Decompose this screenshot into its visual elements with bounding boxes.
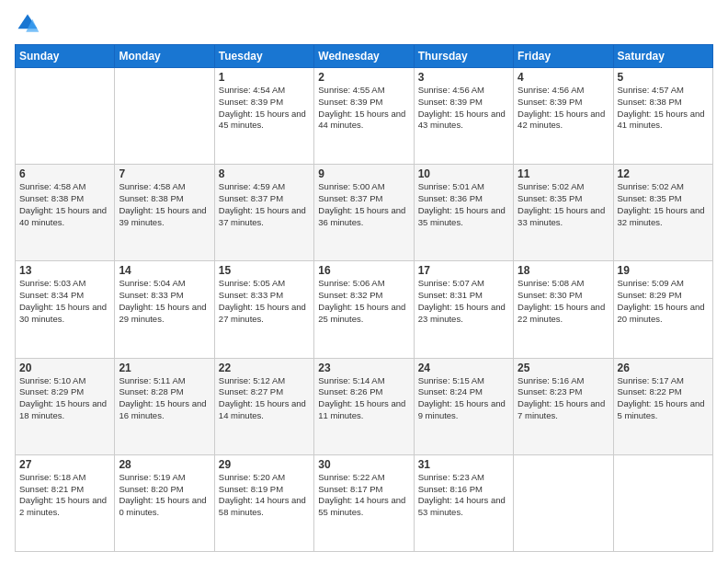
day-info: Sunrise: 5:07 AM Sunset: 8:31 PM Dayligh…	[418, 278, 509, 325]
day-info: Sunrise: 5:04 AM Sunset: 8:33 PM Dayligh…	[119, 278, 210, 325]
day-number: 10	[418, 167, 509, 180]
day-info: Sunrise: 5:00 AM Sunset: 8:37 PM Dayligh…	[318, 181, 409, 228]
day-info: Sunrise: 4:58 AM Sunset: 8:38 PM Dayligh…	[119, 181, 210, 228]
day-number: 1	[219, 71, 310, 84]
calendar-cell: 21Sunrise: 5:11 AM Sunset: 8:28 PM Dayli…	[115, 358, 214, 454]
day-number: 14	[119, 264, 210, 277]
calendar-cell: 26Sunrise: 5:17 AM Sunset: 8:22 PM Dayli…	[613, 358, 712, 454]
day-number: 12	[618, 167, 709, 180]
calendar-day-header: Sunday	[16, 45, 115, 68]
calendar-cell: 1Sunrise: 4:54 AM Sunset: 8:39 PM Daylig…	[214, 68, 313, 165]
day-number: 30	[318, 458, 409, 471]
calendar-cell: 31Sunrise: 5:23 AM Sunset: 8:16 PM Dayli…	[414, 454, 513, 551]
calendar-cell: 2Sunrise: 4:55 AM Sunset: 8:39 PM Daylig…	[314, 68, 414, 165]
page: SundayMondayTuesdayWednesdayThursdayFrid…	[0, 0, 728, 563]
calendar-cell: 4Sunrise: 4:56 AM Sunset: 8:39 PM Daylig…	[514, 68, 613, 165]
calendar-cell: 23Sunrise: 5:14 AM Sunset: 8:26 PM Dayli…	[314, 358, 414, 454]
day-number: 31	[418, 458, 509, 471]
day-number: 18	[518, 264, 609, 277]
calendar-cell: 13Sunrise: 5:03 AM Sunset: 8:34 PM Dayli…	[16, 261, 115, 358]
calendar-cell: 19Sunrise: 5:09 AM Sunset: 8:29 PM Dayli…	[613, 261, 712, 358]
calendar-week-row: 27Sunrise: 5:18 AM Sunset: 8:21 PM Dayli…	[16, 454, 713, 551]
day-info: Sunrise: 5:08 AM Sunset: 8:30 PM Dayligh…	[518, 278, 609, 325]
day-number: 26	[618, 362, 709, 374]
day-number: 13	[19, 264, 110, 277]
day-info: Sunrise: 5:16 AM Sunset: 8:23 PM Dayligh…	[518, 375, 609, 422]
calendar-table: SundayMondayTuesdayWednesdayThursdayFrid…	[15, 44, 713, 552]
day-number: 23	[318, 362, 409, 374]
day-number: 9	[318, 167, 409, 180]
calendar-cell: 12Sunrise: 5:02 AM Sunset: 8:35 PM Dayli…	[613, 165, 712, 261]
calendar-cell: 29Sunrise: 5:20 AM Sunset: 8:19 PM Dayli…	[214, 454, 313, 551]
day-number: 4	[518, 71, 609, 84]
calendar-cell: 28Sunrise: 5:19 AM Sunset: 8:20 PM Dayli…	[115, 454, 214, 551]
calendar-cell: 17Sunrise: 5:07 AM Sunset: 8:31 PM Dayli…	[414, 261, 513, 358]
calendar-week-row: 20Sunrise: 5:10 AM Sunset: 8:29 PM Dayli…	[16, 358, 713, 454]
calendar-day-header: Saturday	[613, 45, 712, 68]
day-info: Sunrise: 5:17 AM Sunset: 8:22 PM Dayligh…	[618, 375, 709, 422]
day-number: 11	[518, 167, 609, 180]
calendar-cell: 24Sunrise: 5:15 AM Sunset: 8:24 PM Dayli…	[414, 358, 513, 454]
day-info: Sunrise: 5:06 AM Sunset: 8:32 PM Dayligh…	[318, 278, 409, 325]
day-info: Sunrise: 5:19 AM Sunset: 8:20 PM Dayligh…	[119, 472, 210, 519]
calendar-day-header: Tuesday	[214, 45, 313, 68]
calendar-cell: 5Sunrise: 4:57 AM Sunset: 8:38 PM Daylig…	[613, 68, 712, 165]
day-info: Sunrise: 4:56 AM Sunset: 8:39 PM Dayligh…	[418, 85, 509, 132]
logo	[15, 11, 44, 37]
day-info: Sunrise: 5:18 AM Sunset: 8:21 PM Dayligh…	[19, 472, 110, 519]
day-number: 2	[318, 71, 409, 84]
day-info: Sunrise: 5:01 AM Sunset: 8:36 PM Dayligh…	[418, 181, 509, 228]
calendar-cell	[16, 68, 115, 165]
day-info: Sunrise: 5:15 AM Sunset: 8:24 PM Dayligh…	[418, 375, 509, 422]
calendar-cell: 8Sunrise: 4:59 AM Sunset: 8:37 PM Daylig…	[214, 165, 313, 261]
calendar-cell: 27Sunrise: 5:18 AM Sunset: 8:21 PM Dayli…	[16, 454, 115, 551]
day-info: Sunrise: 4:56 AM Sunset: 8:39 PM Dayligh…	[518, 85, 609, 132]
day-number: 5	[618, 71, 709, 84]
day-info: Sunrise: 5:02 AM Sunset: 8:35 PM Dayligh…	[618, 181, 709, 228]
calendar-cell: 22Sunrise: 5:12 AM Sunset: 8:27 PM Dayli…	[214, 358, 313, 454]
day-number: 3	[418, 71, 509, 84]
day-number: 8	[219, 167, 310, 180]
header	[15, 11, 713, 37]
logo-icon	[15, 11, 40, 37]
day-number: 24	[418, 362, 509, 374]
calendar-day-header: Friday	[514, 45, 613, 68]
day-info: Sunrise: 5:20 AM Sunset: 8:19 PM Dayligh…	[219, 472, 310, 519]
day-info: Sunrise: 4:55 AM Sunset: 8:39 PM Dayligh…	[318, 85, 409, 132]
day-info: Sunrise: 5:23 AM Sunset: 8:16 PM Dayligh…	[418, 472, 509, 519]
day-number: 20	[19, 362, 110, 374]
calendar-cell: 7Sunrise: 4:58 AM Sunset: 8:38 PM Daylig…	[115, 165, 214, 261]
calendar-cell	[115, 68, 214, 165]
calendar-cell: 6Sunrise: 4:58 AM Sunset: 8:38 PM Daylig…	[16, 165, 115, 261]
day-number: 7	[119, 167, 210, 180]
day-info: Sunrise: 5:12 AM Sunset: 8:27 PM Dayligh…	[219, 375, 310, 422]
calendar-cell: 11Sunrise: 5:02 AM Sunset: 8:35 PM Dayli…	[514, 165, 613, 261]
calendar-week-row: 1Sunrise: 4:54 AM Sunset: 8:39 PM Daylig…	[16, 68, 713, 165]
day-info: Sunrise: 5:05 AM Sunset: 8:33 PM Dayligh…	[219, 278, 310, 325]
calendar-cell: 30Sunrise: 5:22 AM Sunset: 8:17 PM Dayli…	[314, 454, 414, 551]
calendar-cell: 14Sunrise: 5:04 AM Sunset: 8:33 PM Dayli…	[115, 261, 214, 358]
day-info: Sunrise: 4:57 AM Sunset: 8:38 PM Dayligh…	[618, 85, 709, 132]
day-number: 16	[318, 264, 409, 277]
calendar-day-header: Wednesday	[314, 45, 414, 68]
day-info: Sunrise: 4:58 AM Sunset: 8:38 PM Dayligh…	[19, 181, 110, 228]
day-info: Sunrise: 5:11 AM Sunset: 8:28 PM Dayligh…	[119, 375, 210, 422]
calendar-day-header: Thursday	[414, 45, 513, 68]
calendar-cell: 25Sunrise: 5:16 AM Sunset: 8:23 PM Dayli…	[514, 358, 613, 454]
calendar-cell: 20Sunrise: 5:10 AM Sunset: 8:29 PM Dayli…	[16, 358, 115, 454]
calendar-cell: 15Sunrise: 5:05 AM Sunset: 8:33 PM Dayli…	[214, 261, 313, 358]
day-info: Sunrise: 4:54 AM Sunset: 8:39 PM Dayligh…	[219, 85, 310, 132]
calendar-cell: 9Sunrise: 5:00 AM Sunset: 8:37 PM Daylig…	[314, 165, 414, 261]
day-number: 28	[119, 458, 210, 471]
day-number: 22	[219, 362, 310, 374]
day-number: 15	[219, 264, 310, 277]
day-info: Sunrise: 4:59 AM Sunset: 8:37 PM Dayligh…	[219, 181, 310, 228]
calendar-day-header: Monday	[115, 45, 214, 68]
day-number: 6	[19, 167, 110, 180]
day-info: Sunrise: 5:10 AM Sunset: 8:29 PM Dayligh…	[19, 375, 110, 422]
calendar-cell: 10Sunrise: 5:01 AM Sunset: 8:36 PM Dayli…	[414, 165, 513, 261]
day-info: Sunrise: 5:02 AM Sunset: 8:35 PM Dayligh…	[518, 181, 609, 228]
day-number: 21	[119, 362, 210, 374]
day-number: 25	[518, 362, 609, 374]
day-info: Sunrise: 5:22 AM Sunset: 8:17 PM Dayligh…	[318, 472, 409, 519]
